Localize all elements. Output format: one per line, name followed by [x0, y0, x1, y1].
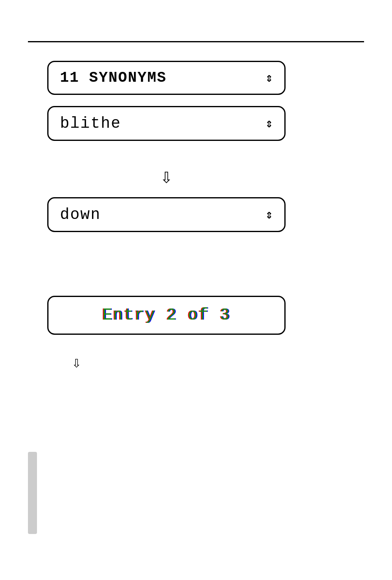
synonyms-label: 11 SYNONYMS	[60, 69, 167, 86]
entry-box[interactable]: Entry 2 of 3	[47, 296, 286, 335]
entry-label: Entry 2 of 3	[102, 306, 231, 325]
scrollbar[interactable]	[28, 452, 37, 534]
result-sort-icon: ⇕	[265, 207, 273, 222]
top-divider	[28, 41, 364, 42]
arrow-down-2: ⇩	[72, 354, 81, 372]
word-label: blithe	[60, 115, 121, 132]
synonyms-sort-icon: ⇕	[265, 70, 273, 85]
word-dropdown[interactable]: blithe ⇕	[47, 106, 286, 141]
entry-text-wrapper: Entry 2 of 3	[102, 306, 231, 325]
arrow-down-1: ⇩	[160, 164, 173, 189]
result-dropdown[interactable]: down ⇕	[47, 197, 286, 232]
word-sort-icon: ⇕	[265, 116, 273, 131]
result-label: down	[60, 206, 101, 223]
synonyms-dropdown[interactable]: 11 SYNONYMS ⇕	[47, 61, 286, 95]
